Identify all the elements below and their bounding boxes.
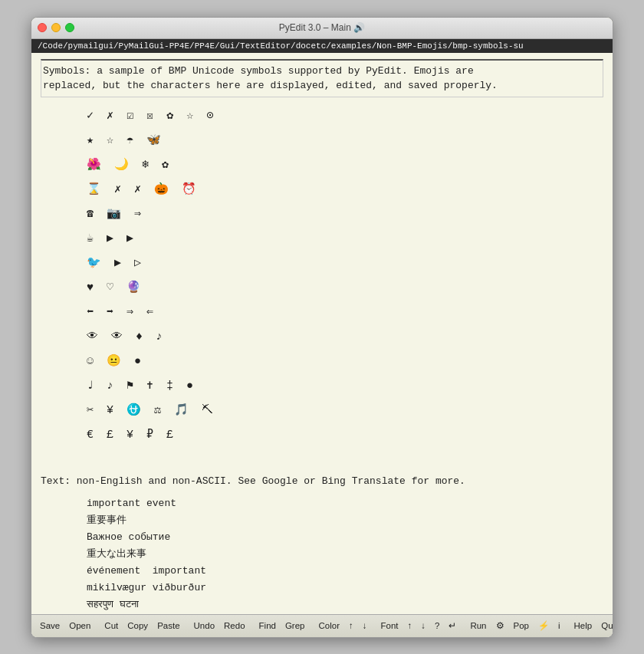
help-button[interactable]: Help <box>570 619 596 632</box>
save-button[interactable]: Save <box>36 619 64 632</box>
redo-button[interactable]: Redo <box>220 619 249 632</box>
intro-line-2: replaced, but the characters here are di… <box>43 78 601 94</box>
symbol-row-10: ☺ 😐 ● <box>87 350 603 373</box>
lang-row-2: Важное событие <box>87 529 603 546</box>
symbol-row-13: € £ ¥ ₽ £ <box>87 424 603 447</box>
symbol-row-11: ♩ ♪ ⚑ ✝ ‡ ● <box>87 375 603 398</box>
minimize-button[interactable] <box>51 23 61 32</box>
window-title: PyEdit 3.0 – Main 🔊 <box>279 22 365 33</box>
enter-button[interactable]: ↵ <box>445 619 460 633</box>
intro-line-1: Symbols: a sample of BMP Unicode symbols… <box>43 64 601 79</box>
symbol-row-3: ⌛ ✗ ✗ 🎃 ⏰ <box>87 179 603 202</box>
title-bar: PyEdit 3.0 – Main 🔊 <box>31 18 613 39</box>
lang-row-3: 重大な出来事 <box>87 546 603 563</box>
copy-button[interactable]: Copy <box>123 619 152 632</box>
traffic-lights <box>38 23 74 32</box>
path-bar: /Code/pymailgui/PyMailGui-PP4E/PP4E/Gui/… <box>31 39 613 53</box>
symbol-row-7: ♥ ♡ 🔮 <box>87 277 603 300</box>
font-up-button[interactable]: ↑ <box>404 619 416 632</box>
text-section-label: Text: non-English and non-ASCII. See Goo… <box>41 459 603 489</box>
lang-row-6: सहरपुण घटना <box>87 596 603 613</box>
symbol-row-8: ⬅ ➡ ⇒ ⇐ <box>87 301 603 324</box>
grep-button[interactable]: Grep <box>281 619 309 632</box>
quit-button[interactable]: Quit <box>597 619 613 632</box>
info-button[interactable]: i <box>554 619 564 632</box>
symbol-row-5: ☕ ▶ ▶ <box>87 228 603 251</box>
pop-button[interactable]: Pop <box>510 619 533 632</box>
symbol-row-9: 👁 👁 ♦ ♪ <box>87 326 603 349</box>
symbol-row-12: ✂ ¥ ⛎ ⚖ 🎵 ⛏ <box>87 399 603 422</box>
gear-button[interactable]: ⚙ <box>492 619 508 633</box>
symbol-row-1: ★ ☆ ☂ 🦋 <box>87 130 603 153</box>
text-section-text: Text: non-English and non-ASCII. See Goo… <box>41 475 465 487</box>
multilang-section: important event 重要事件 Важное событие 重大な出… <box>41 495 603 614</box>
lightning-button[interactable]: ⚡ <box>534 619 553 633</box>
lang-row-0: important event <box>87 495 603 512</box>
close-button[interactable] <box>38 23 47 32</box>
symbol-row-4: ☎ 📷 ⇒ <box>87 203 603 226</box>
color-up-button[interactable]: ↑ <box>345 619 357 632</box>
symbol-row-2: 🌺 🌙 ❄ ✿ <box>87 154 603 177</box>
lang-row-1: 重要事件 <box>87 512 603 529</box>
font-button[interactable]: Font <box>376 619 402 632</box>
maximize-button[interactable] <box>65 23 74 32</box>
run-button[interactable]: Run <box>466 619 490 632</box>
help-icon-button[interactable]: ? <box>431 619 443 632</box>
editor-area[interactable]: Symbols: a sample of BMP Unicode symbols… <box>31 53 613 614</box>
color-down-button[interactable]: ↓ <box>359 619 371 632</box>
find-button[interactable]: Find <box>255 619 280 632</box>
open-button[interactable]: Open <box>65 619 94 632</box>
symbol-row-6: 🐦 ▶ ▷ <box>87 252 603 275</box>
lang-row-5: mikilvægur viðburður <box>87 580 603 596</box>
font-down-button[interactable]: ↓ <box>417 619 429 632</box>
symbol-row-0: ✓ ✗ ☑ ☒ ✿ ☆ ⊙ <box>87 105 603 128</box>
paste-button[interactable]: Paste <box>153 619 183 632</box>
intro-block: Symbols: a sample of BMP Unicode symbols… <box>41 59 603 97</box>
undo-button[interactable]: Undo <box>190 619 219 632</box>
color-button[interactable]: Color <box>315 619 343 632</box>
toolbar: Save Open Cut Copy Paste Undo Redo Find … <box>31 614 613 637</box>
main-window: PyEdit 3.0 – Main 🔊 /Code/pymailgui/PyMa… <box>31 17 613 638</box>
cut-button[interactable]: Cut <box>100 619 122 632</box>
symbols-section: ✓ ✗ ☑ ☒ ✿ ☆ ⊙ ★ ☆ ☂ 🦋 🌺 🌙 ❄ ✿ ⌛ ✗ ✗ 🎃 ⏰ … <box>41 105 603 447</box>
lang-row-4: événement important <box>87 563 603 580</box>
